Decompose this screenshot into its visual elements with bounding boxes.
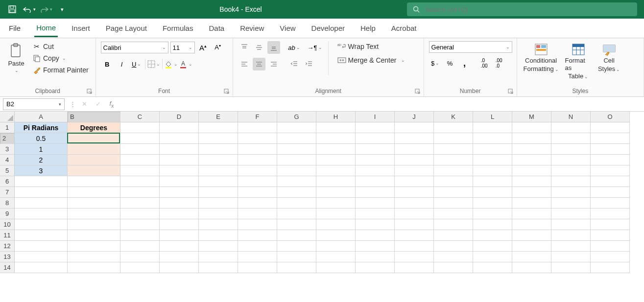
cell[interactable]: [395, 176, 434, 187]
column-header[interactable]: I: [356, 112, 395, 122]
cell[interactable]: [395, 133, 434, 144]
cell[interactable]: [199, 198, 238, 209]
cell[interactable]: [238, 133, 277, 144]
cell[interactable]: [434, 252, 473, 262]
cell[interactable]: [395, 262, 434, 273]
search-box[interactable]: [407, 2, 637, 16]
cell[interactable]: [277, 198, 316, 209]
cell[interactable]: [277, 209, 316, 219]
cell[interactable]: [68, 187, 120, 198]
cell[interactable]: [316, 230, 356, 241]
cell[interactable]: [199, 144, 238, 155]
cell[interactable]: [120, 241, 160, 252]
cell[interactable]: [512, 165, 551, 176]
cell[interactable]: [160, 198, 199, 209]
cell[interactable]: [238, 198, 277, 209]
cell[interactable]: [395, 198, 434, 209]
cell[interactable]: [277, 252, 316, 262]
cell[interactable]: [551, 252, 591, 262]
formula-input[interactable]: [119, 98, 644, 110]
cell[interactable]: [356, 230, 395, 241]
cell[interactable]: [512, 144, 551, 155]
column-header[interactable]: G: [277, 112, 316, 122]
cell[interactable]: [316, 209, 356, 219]
font-size-select[interactable]: 11⌄: [170, 42, 195, 53]
cell[interactable]: [68, 165, 120, 176]
cell[interactable]: [473, 230, 512, 241]
cell[interactable]: [15, 252, 68, 262]
cell[interactable]: [551, 241, 591, 252]
cell[interactable]: [15, 230, 68, 241]
cell[interactable]: [473, 198, 512, 209]
column-header[interactable]: M: [512, 112, 551, 122]
cell[interactable]: [160, 241, 199, 252]
cell[interactable]: [238, 262, 277, 273]
cell[interactable]: [591, 230, 630, 241]
cell[interactable]: [512, 133, 551, 144]
column-header[interactable]: B: [68, 112, 120, 122]
cell[interactable]: [238, 241, 277, 252]
cell[interactable]: 1: [15, 144, 68, 155]
cell[interactable]: [277, 155, 316, 165]
tab-page-layout[interactable]: Page Layout: [104, 20, 149, 36]
cell[interactable]: [395, 241, 434, 252]
font-name-select[interactable]: Calibri⌄: [101, 42, 168, 53]
cut-button[interactable]: ✂Cut: [30, 41, 91, 52]
cell[interactable]: [551, 144, 591, 155]
cell[interactable]: [120, 219, 160, 230]
cell[interactable]: [434, 262, 473, 273]
cell[interactable]: [356, 144, 395, 155]
cell[interactable]: [120, 209, 160, 219]
cell[interactable]: [434, 122, 473, 133]
tab-file[interactable]: File: [7, 20, 23, 36]
column-header[interactable]: D: [160, 112, 199, 122]
cell[interactable]: [473, 219, 512, 230]
cell[interactable]: [356, 209, 395, 219]
align-bottom-button[interactable]: [267, 41, 280, 54]
cell[interactable]: [395, 144, 434, 155]
cell[interactable]: [551, 165, 591, 176]
cell[interactable]: [238, 155, 277, 165]
cell[interactable]: [277, 165, 316, 176]
cell[interactable]: [277, 144, 316, 155]
cell[interactable]: [160, 122, 199, 133]
cell[interactable]: [15, 198, 68, 209]
cell[interactable]: [356, 155, 395, 165]
cell[interactable]: [434, 144, 473, 155]
cell[interactable]: [591, 219, 630, 230]
column-header[interactable]: J: [395, 112, 434, 122]
increase-decimal-button[interactable]: .0.00: [478, 57, 491, 70]
row-header[interactable]: 1: [0, 122, 15, 133]
cell[interactable]: [512, 252, 551, 262]
cell[interactable]: [512, 122, 551, 133]
cell[interactable]: [199, 209, 238, 219]
cell[interactable]: [395, 155, 434, 165]
cell[interactable]: [512, 187, 551, 198]
cell[interactable]: [68, 209, 120, 219]
cell[interactable]: [551, 198, 591, 209]
tab-review[interactable]: Review: [238, 20, 266, 36]
italic-button[interactable]: I: [116, 58, 128, 70]
cell[interactable]: [591, 122, 630, 133]
cell[interactable]: [591, 198, 630, 209]
accounting-format-button[interactable]: $⌄: [429, 57, 442, 70]
cell[interactable]: [551, 262, 591, 273]
paste-button[interactable]: Paste ⌄: [5, 41, 27, 75]
cell[interactable]: [277, 230, 316, 241]
cell[interactable]: [316, 155, 356, 165]
cell[interactable]: [277, 187, 316, 198]
cell[interactable]: [199, 165, 238, 176]
row-header[interactable]: 7: [0, 187, 15, 198]
column-header[interactable]: H: [316, 112, 356, 122]
cell[interactable]: [356, 165, 395, 176]
cell[interactable]: [395, 165, 434, 176]
cell[interactable]: [238, 209, 277, 219]
cell[interactable]: [15, 241, 68, 252]
align-left-button[interactable]: [238, 58, 251, 70]
cell[interactable]: [473, 262, 512, 273]
cell[interactable]: [591, 262, 630, 273]
row-header[interactable]: 3: [0, 144, 15, 155]
percent-button[interactable]: %: [444, 57, 456, 70]
borders-button[interactable]: ⌄: [147, 58, 160, 70]
cell[interactable]: [591, 133, 630, 144]
